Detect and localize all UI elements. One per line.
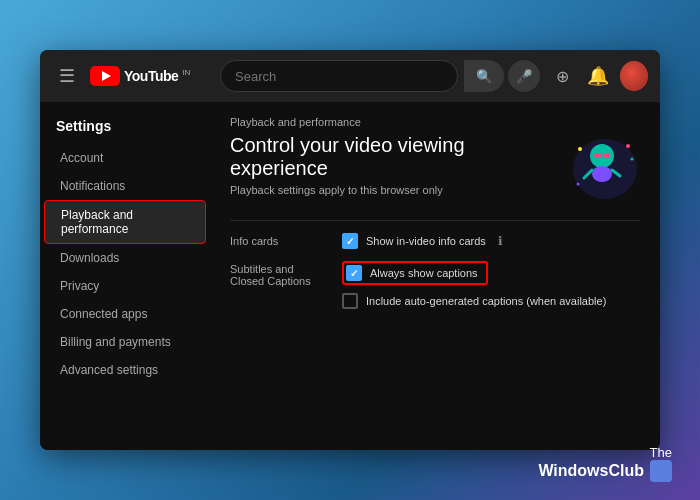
hero-section: Control your video viewing experience Pl… [230,134,640,204]
always-show-captions-checkbox[interactable] [346,265,362,281]
watermark-box-icon [650,460,672,482]
header-right: ⊕ 🔔 [548,61,648,91]
sidebar: Settings Account Notifications Playback … [40,102,210,450]
hero-subtitle: Playback settings apply to this browser … [230,184,560,196]
sidebar-item-playback[interactable]: Playback and performance [44,200,206,244]
watermark-line2: WindowsClub [538,460,672,482]
svg-point-10 [578,147,582,151]
always-show-captions-outlined: Always show captions [342,261,488,285]
hamburger-button[interactable]: ☰ [52,61,82,91]
sidebar-item-notifications[interactable]: Notifications [44,172,206,200]
main-content: Playback and performance Control your vi… [210,102,660,450]
logo-text: YouTube [124,68,178,84]
body: Settings Account Notifications Playback … [40,102,660,450]
notifications-button[interactable]: 🔔 [584,61,612,91]
breadcrumb: Playback and performance [230,116,640,128]
setting-row-subtitles: Subtitles and Closed Captions Always sho… [230,261,640,309]
subtitles-label: Subtitles and Closed Captions [230,261,330,287]
header-left: ☰ YouTube IN [52,61,212,91]
header: ☰ YouTube IN 🔍 [40,50,660,102]
watermark: The WindowsClub [538,445,672,482]
sidebar-item-connected-apps[interactable]: Connected apps [44,300,206,328]
search-button[interactable]: 🔍 [464,60,504,92]
search-bar [220,60,458,92]
watermark-line1: The [538,445,672,460]
settings-section: Info cards Show in-video info cards ℹ Su… [230,220,640,309]
settings-title: Settings [40,114,210,144]
always-show-captions-label: Always show captions [370,267,478,279]
avatar [620,61,648,91]
setting-row-info-cards: Info cards Show in-video info cards ℹ [230,233,640,249]
sidebar-item-account[interactable]: Account [44,144,206,172]
hero-text: Control your video viewing experience Pl… [230,134,560,196]
bell-icon: 🔔 [587,65,609,87]
info-cards-checkbox[interactable] [342,233,358,249]
subtitles-option-2: Include auto-generated captions (when av… [342,293,640,309]
hamburger-icon: ☰ [59,65,75,87]
hero-title: Control your video viewing experience [230,134,560,180]
hero-illustration [560,134,640,204]
search-area: 🔍 🎤 [220,60,540,92]
hero-svg [560,134,640,204]
info-cards-option-label: Show in-video info cards [366,235,486,247]
info-cards-label: Info cards [230,233,330,247]
sidebar-item-advanced[interactable]: Advanced settings [44,356,206,384]
sidebar-item-billing[interactable]: Billing and payments [44,328,206,356]
svg-point-3 [590,144,614,168]
youtube-logo: YouTube IN [90,66,190,86]
subtitles-option-1: Always show captions [342,261,640,285]
svg-point-11 [626,144,630,148]
info-cards-options: Show in-video info cards ℹ [342,233,640,249]
info-circle-icon: ℹ [498,234,503,248]
create-button[interactable]: ⊕ [548,61,576,91]
info-cards-option-1: Show in-video info cards ℹ [342,233,640,249]
sidebar-item-privacy[interactable]: Privacy [44,272,206,300]
sidebar-item-downloads[interactable]: Downloads [44,244,206,272]
youtube-window: ☰ YouTube IN 🔍 [40,50,660,450]
search-input[interactable] [235,69,443,84]
search-icon: 🔍 [476,69,493,84]
svg-rect-4 [594,153,601,158]
avatar-button[interactable] [620,61,648,91]
watermark-line2-text: WindowsClub [538,462,644,480]
auto-generated-captions-label: Include auto-generated captions (when av… [366,295,606,307]
create-icon: ⊕ [556,67,569,86]
logo-country: IN [182,68,190,77]
mic-icon: 🎤 [516,69,533,84]
svg-point-7 [592,166,612,182]
mic-button[interactable]: 🎤 [508,60,540,92]
youtube-logo-icon [90,66,120,86]
svg-point-13 [577,183,580,186]
svg-rect-5 [603,153,610,158]
svg-point-12 [631,158,634,161]
subtitles-options: Always show captions Include auto-genera… [342,261,640,309]
auto-generated-captions-checkbox[interactable] [342,293,358,309]
